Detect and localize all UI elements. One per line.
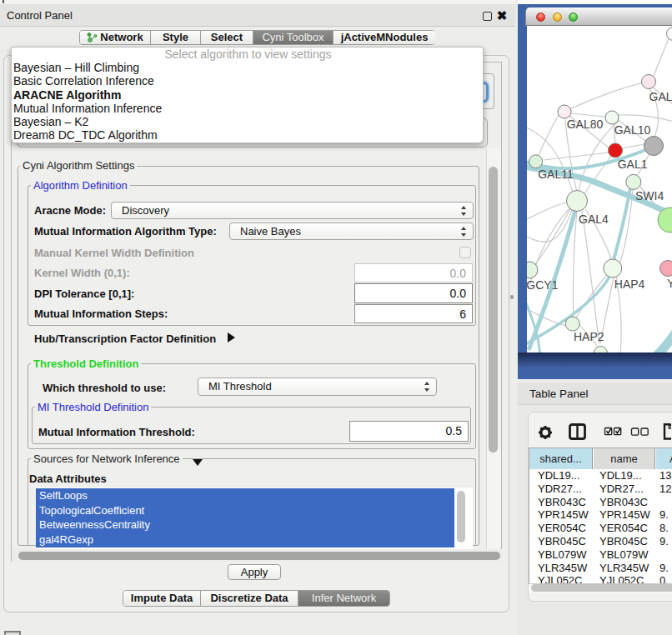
svg-text:HAP4: HAP4 [614,278,645,291]
svg-text:HAP2: HAP2 [574,330,604,343]
svg-text:GAL11: GAL11 [538,168,574,181]
svg-text:GAL7: GAL7 [649,90,672,103]
svg-text:GAL4: GAL4 [579,212,609,226]
svg-text:SWI4: SWI4 [635,189,664,202]
svg-text:GAL80: GAL80 [567,118,604,131]
svg-text:GAL1: GAL1 [618,158,648,171]
svg-text:GCY1: GCY1 [527,278,559,292]
svg-text:GAL10: GAL10 [614,123,651,137]
svg-text:YE: YE [667,277,672,290]
